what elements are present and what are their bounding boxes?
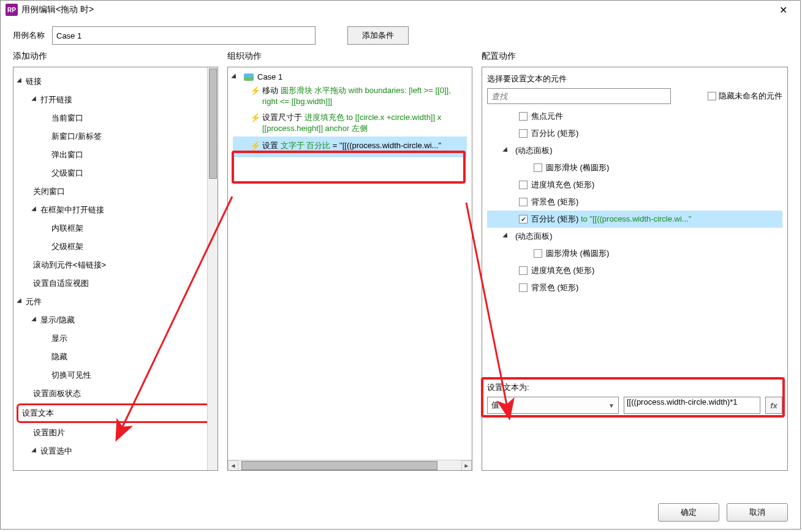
tree-hide[interactable]: 隐藏 [16, 348, 215, 366]
w-percent[interactable]: 百分比 (矩形) [487, 125, 782, 142]
configure-header: 配置动作 [482, 51, 788, 67]
tree-new-window[interactable]: 新窗口/新标签 [16, 127, 215, 146]
scroll-left-icon[interactable]: ◄ [228, 460, 238, 471]
select-target-label: 选择要设置文本的元件 [487, 73, 782, 84]
tree-toggle-vis[interactable]: 切换可见性 [16, 366, 215, 384]
bolt-icon: ⚡ [250, 112, 259, 134]
case-icon [244, 73, 254, 81]
tree-links[interactable]: 链接 [16, 72, 215, 91]
w-bg-2[interactable]: 背景色 (矩形) [487, 279, 782, 296]
bolt-icon: ⚡ [250, 85, 259, 107]
w-fill-1[interactable]: 进度填充色 (矩形) [487, 176, 782, 193]
tree-panel-state[interactable]: 设置面板状态 [16, 384, 215, 403]
organize-panel: Case 1 ⚡ 移动 圆形滑块 水平拖动 with boundaries: [… [227, 67, 472, 471]
add-action-tree[interactable]: 链接 打开链接 当前窗口 新窗口/新标签 弹出窗口 父级窗口 关闭窗口 在框架中… [13, 67, 218, 470]
w-fill-2[interactable]: 进度填充色 (矩形) [487, 262, 782, 279]
ok-button[interactable]: 确定 [658, 503, 719, 522]
tree-widgets[interactable]: 元件 [16, 293, 215, 311]
case-editor-dialog: RP 用例编辑<拖动 时> ✕ 用例名称 添加条件 添加动作 链接 打开链接 当… [0, 0, 801, 530]
tree-inline-frame[interactable]: 内联框架 [16, 219, 215, 238]
search-input[interactable] [487, 88, 671, 104]
w-percent-selected[interactable]: 百分比 (矩形) to "[[((process.width-circle.wi… [487, 211, 782, 228]
cancel-button[interactable]: 取消 [727, 503, 788, 522]
w-circ-slider-2[interactable]: 圆形滑块 (椭圆形) [487, 245, 782, 262]
case-name-label: 用例名称 [13, 30, 45, 41]
tree-current-window[interactable]: 当前窗口 [16, 109, 215, 127]
tree-show-hide[interactable]: 显示/隐藏 [16, 311, 215, 329]
case-name-row: 用例名称 添加条件 [1, 19, 800, 51]
tree-open-in-frame[interactable]: 在框架中打开链接 [16, 201, 215, 219]
set-text-section: 设置文本为: 值▼ [[((process.width-circle.width… [487, 382, 782, 414]
case-name-input[interactable] [52, 26, 316, 45]
chevron-down-icon: ▼ [608, 402, 615, 409]
fx-button[interactable]: fx [765, 397, 782, 414]
w-dynpanel-1[interactable]: (动态面板) [487, 142, 782, 159]
hide-unnamed-checkbox[interactable]: 隐藏未命名的元件 [708, 91, 782, 102]
tree-set-selected[interactable]: 设置选中 [16, 442, 215, 460]
w-bg-1[interactable]: 背景色 (矩形) [487, 193, 782, 211]
tree-scroll-anchor[interactable]: 滚动到元件<锚链接> [16, 256, 215, 274]
tree-open-link[interactable]: 打开链接 [16, 91, 215, 109]
value-type-dropdown[interactable]: 值▼ [487, 397, 619, 414]
titlebar: RP 用例编辑<拖动 时> ✕ [1, 1, 800, 19]
organize-header: 组织动作 [227, 51, 472, 67]
tree-show[interactable]: 显示 [16, 329, 215, 348]
close-icon[interactable]: ✕ [771, 1, 795, 19]
window-title: 用例编辑<拖动 时> [21, 4, 771, 15]
action-set-size[interactable]: ⚡ 设置尺寸于 进度填充色 to [[circle.x +circle.widt… [233, 110, 467, 137]
action-set-text[interactable]: ⚡ 设置 文字于 百分比 = "[[((process.width-circle… [233, 137, 467, 157]
w-focus[interactable]: 焦点元件 [487, 108, 782, 125]
expression-input[interactable]: [[((process.width-circle.width)*1 [624, 397, 760, 414]
add-action-header: 添加动作 [13, 51, 218, 67]
bolt-icon: ⚡ [250, 140, 259, 151]
set-text-label: 设置文本为: [487, 382, 782, 393]
widget-tree[interactable]: 焦点元件 百分比 (矩形) (动态面板) 圆形滑块 (椭圆形) 进度填充色 (矩… [487, 108, 782, 296]
case-node-label: Case 1 [257, 72, 282, 81]
case-node[interactable]: Case 1 [233, 71, 467, 83]
app-icon: RP [6, 4, 18, 16]
action-move[interactable]: ⚡ 移动 圆形滑块 水平拖动 with boundaries: [left >=… [233, 83, 467, 110]
tree-set-text[interactable]: 设置文本 [17, 403, 214, 423]
configure-panel: 选择要设置文本的元件 隐藏未命名的元件 焦点元件 百分比 (矩形) (动态面板)… [482, 67, 788, 471]
add-action-panel: 链接 打开链接 当前窗口 新窗口/新标签 弹出窗口 父级窗口 关闭窗口 在框架中… [13, 67, 218, 471]
org-h-scrollbar[interactable]: ◄ ► [228, 460, 472, 470]
dialog-buttons: 确定 取消 [658, 503, 788, 522]
tree-adaptive-view[interactable]: 设置自适应视图 [16, 274, 215, 293]
tree-parent-frame[interactable]: 父级框架 [16, 238, 215, 256]
w-dynpanel-2[interactable]: (动态面板) [487, 228, 782, 245]
tree-close-window[interactable]: 关闭窗口 [16, 182, 215, 201]
tree-set-image[interactable]: 设置图片 [16, 424, 215, 442]
scroll-right-icon[interactable]: ► [461, 460, 472, 471]
add-condition-button[interactable]: 添加条件 [347, 26, 409, 45]
w-circ-slider-1[interactable]: 圆形滑块 (椭圆形) [487, 159, 782, 176]
tree-popup[interactable]: 弹出窗口 [16, 146, 215, 164]
tree-parent-window[interactable]: 父级窗口 [16, 164, 215, 182]
add-tree-scrollbar[interactable] [207, 67, 218, 470]
